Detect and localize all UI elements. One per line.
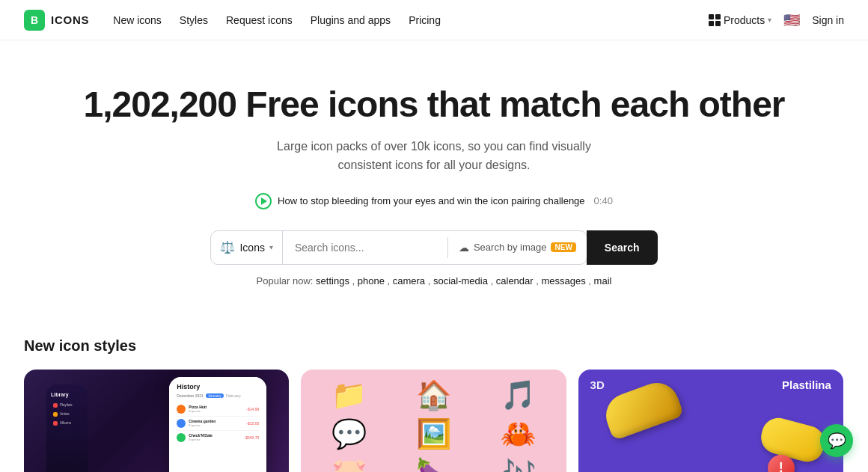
chat-bubble-icon: 💬	[828, 432, 846, 450]
3d-icon-music: 🎵	[501, 378, 536, 411]
logo[interactable]: B ICONS	[24, 10, 89, 31]
3d-icon-window: 🖼️	[416, 417, 451, 450]
chevron-down-icon: ▾	[768, 16, 771, 24]
card-phone-ui[interactable]: Library Playlists Artists Albums	[24, 370, 289, 472]
hero-title: 1,202,200 Free icons that match each oth…	[24, 85, 844, 125]
popular-settings[interactable]: settings	[316, 275, 349, 286]
logo-mark: B	[24, 10, 45, 31]
play-icon	[255, 193, 272, 209]
new-styles-section: New icon styles Library Playlists Artist…	[0, 337, 868, 472]
3d-icon-note: 🎶	[501, 456, 536, 472]
card-3d-icons[interactable]: 📁 🏠 🎵 💬 🖼️ 🦀 🐷 🍆 🎶	[301, 370, 566, 472]
search-type-button[interactable]: ⚖️ Icons ▾	[211, 231, 282, 264]
card-plastilina[interactable]: 3D Plastilina !	[578, 370, 843, 472]
new-badge: New	[551, 242, 575, 252]
nav-link-request[interactable]: Request icons	[226, 14, 293, 26]
nav-link-styles[interactable]: Styles	[180, 14, 208, 26]
products-button[interactable]: Products ▾	[709, 14, 771, 26]
type-chevron-icon: ▾	[269, 243, 273, 251]
play-triangle	[261, 197, 267, 205]
hero-section: 1,202,200 Free icons that match each oth…	[0, 40, 868, 337]
chat-bubble-button[interactable]: 💬	[820, 424, 853, 457]
main-phone-mockup: History December 2021 January February P…	[169, 377, 266, 472]
cards-row: Library Playlists Artists Albums	[24, 370, 844, 472]
hero-subtitle: Large icon packs of over 10k icons, so y…	[24, 137, 844, 175]
3d-icon-piggy: 🐷	[331, 456, 367, 472]
image-search-button[interactable]: ☁ Search by image New	[448, 231, 587, 264]
search-input[interactable]	[283, 242, 447, 254]
3d-icon-folder: 📁	[331, 378, 367, 411]
signin-button[interactable]: Sign in	[812, 14, 844, 26]
plastilina-shape-2	[757, 414, 828, 465]
search-container: ⚖️ Icons ▾ ☁ Search by image New Search	[24, 230, 844, 265]
label-plastilina: Plastilina	[782, 378, 831, 391]
popular-calendar[interactable]: calendar	[496, 275, 534, 286]
logo-text: ICONS	[51, 13, 89, 26]
popular-phone[interactable]: phone	[358, 275, 385, 286]
popular-now: Popular now: settings , phone , camera ,…	[24, 275, 844, 286]
popular-camera[interactable]: camera	[393, 275, 425, 286]
plastilina-shape-1	[599, 377, 684, 441]
label-3d: 3D	[590, 378, 605, 391]
upload-icon: ☁	[459, 242, 469, 254]
3d-icon-crab: 🦀	[501, 417, 536, 450]
nav-link-plugins[interactable]: Plugins and apps	[311, 14, 391, 26]
3d-icon-eggplant: 🍆	[416, 456, 451, 472]
navbar-left: B ICONS New icons Styles Request icons P…	[24, 10, 441, 31]
video-duration: 0:40	[594, 195, 613, 206]
card-content-pink: 📁 🏠 🎵 💬 🖼️ 🦀 🐷 🍆 🎶	[301, 370, 566, 472]
sidebar-mockup: Library Playlists Artists Albums	[46, 384, 88, 472]
3d-icon-house: 🏠	[416, 378, 451, 411]
search-button[interactable]: Search	[587, 230, 658, 265]
navbar-right: Products ▾ 🇺🇸 Sign in	[709, 12, 844, 28]
search-bar: ⚖️ Icons ▾ ☁ Search by image New	[210, 230, 587, 265]
nav-links: New icons Styles Request icons Plugins a…	[113, 14, 441, 26]
nav-link-new-icons[interactable]: New icons	[113, 14, 162, 26]
popular-messages[interactable]: messages	[541, 275, 585, 286]
section-title: New icon styles	[24, 337, 844, 355]
popular-social-media[interactable]: social-media	[433, 275, 488, 286]
nav-link-pricing[interactable]: Pricing	[409, 14, 441, 26]
card-content-dark: Library Playlists Artists Albums	[24, 370, 289, 472]
card-content-purple: 3D Plastilina !	[578, 370, 843, 472]
language-flag[interactable]: 🇺🇸	[783, 12, 800, 28]
icons-type-icon: ⚖️	[220, 240, 235, 254]
3d-icon-chat: 💬	[331, 417, 367, 450]
grid-icon	[709, 14, 721, 26]
navbar: B ICONS New icons Styles Request icons P…	[0, 0, 868, 40]
popular-mail[interactable]: mail	[594, 275, 612, 286]
video-hint[interactable]: How to stop bleeding from your eyes and …	[255, 193, 613, 209]
